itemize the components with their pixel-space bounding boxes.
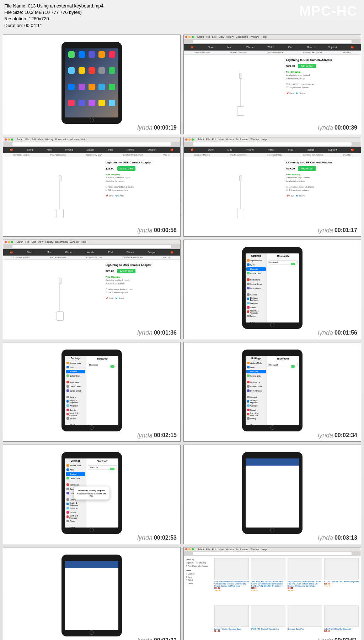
url-bar[interactable] xyxy=(193,40,352,43)
settings-item[interactable]: Wallpaper xyxy=(246,301,266,305)
settings-item[interactable]: Touch ID & Passcode xyxy=(246,310,266,314)
settings-item[interactable]: Display & Brightness xyxy=(66,502,85,506)
nav-item[interactable]: 🍎 xyxy=(351,148,354,151)
app-icon[interactable] xyxy=(98,51,105,58)
settings-item[interactable]: Airplane Mode xyxy=(246,361,266,365)
settings-item[interactable]: iCloud xyxy=(246,321,266,322)
app-icon[interactable] xyxy=(79,84,85,90)
nav-item[interactable]: Watch xyxy=(87,148,94,151)
nav-item[interactable]: Mac xyxy=(228,148,232,151)
settings-item[interactable]: Privacy xyxy=(246,314,266,318)
ipad-home-screen[interactable] xyxy=(65,48,118,117)
settings-item[interactable]: Privacy xyxy=(66,519,85,523)
nav-item[interactable]: Support xyxy=(148,251,156,253)
menu-item[interactable]: History xyxy=(226,36,234,38)
bluetooth-toggle[interactable] xyxy=(291,263,295,265)
product-card[interactable]: ZAGG PRO Bluetooth Keyboard for xyxy=(251,605,285,640)
settings-item[interactable]: Airplane Mode xyxy=(66,464,85,467)
menu-item[interactable]: Help xyxy=(261,548,266,551)
subnav-item[interactable]: Community Q&A xyxy=(86,154,102,156)
subnav-item[interactable]: iPad for xyxy=(163,256,170,258)
settings-item[interactable]: Bluetooth xyxy=(66,472,85,476)
minimize-icon[interactable] xyxy=(8,138,10,141)
menu-item[interactable]: Edit xyxy=(212,36,216,38)
menu-item[interactable]: Help xyxy=(261,36,266,38)
app-icon[interactable] xyxy=(79,100,85,106)
nav-item[interactable]: Mac xyxy=(228,46,232,48)
app-icon[interactable] xyxy=(68,100,75,106)
product-card[interactable]: Anker TC930 Ultra-Slim Bluetooth $68.00 xyxy=(324,605,359,640)
menu-item[interactable]: History xyxy=(226,548,234,551)
maximize-icon[interactable] xyxy=(11,241,13,243)
menu-item[interactable]: History xyxy=(46,241,53,243)
menu-item[interactable]: Safari xyxy=(17,138,23,141)
menu-item[interactable]: Edit xyxy=(32,138,36,141)
word-app[interactable] xyxy=(246,458,299,528)
settings-item[interactable]: Touch ID & Passcode xyxy=(66,515,85,519)
settings-item[interactable]: Do Not Disturb xyxy=(246,287,266,290)
settings-item[interactable]: General xyxy=(246,293,266,297)
settings-item[interactable]: Notifications xyxy=(66,483,85,487)
menu-item[interactable]: Edit xyxy=(212,548,216,551)
menu-item[interactable]: Bookmarks xyxy=(236,36,248,38)
minimize-icon[interactable] xyxy=(188,138,191,141)
nav-item[interactable]: Store xyxy=(208,46,214,48)
app-icon[interactable] xyxy=(79,51,85,58)
settings-item[interactable]: Cellular Data xyxy=(246,272,266,275)
nav-item[interactable]: 🍎 xyxy=(191,46,194,49)
close-icon[interactable] xyxy=(185,138,187,141)
nav-item[interactable]: iPad xyxy=(108,148,113,151)
word-ribbon[interactable] xyxy=(246,458,299,466)
close-icon[interactable] xyxy=(185,548,187,550)
app-icon[interactable] xyxy=(89,100,95,106)
video-thumbnail[interactable]: Settings Airplane Mode Wi-Fi Bluetooth C… xyxy=(183,240,361,339)
app-icon[interactable] xyxy=(98,84,105,90)
word-document[interactable] xyxy=(65,568,118,630)
app-icon[interactable] xyxy=(68,51,75,58)
subnav-item[interactable]: iPad Accessories xyxy=(50,256,66,258)
menu-item[interactable]: Help xyxy=(81,241,86,243)
nav-item[interactable]: 🍎 xyxy=(351,46,354,49)
add-to-cart-button[interactable]: Add to Cart xyxy=(117,269,135,273)
app-icon[interactable] xyxy=(109,51,115,58)
nav-item[interactable]: Mac xyxy=(47,148,52,151)
settings-item[interactable]: Wi-Fi xyxy=(246,263,266,267)
nav-item[interactable]: iTunes xyxy=(127,148,134,151)
nav-item[interactable]: iPad xyxy=(288,46,293,48)
video-thumbnail[interactable]: Settings Airplane Mode Wi-Fi Bluetooth C… xyxy=(3,445,181,544)
url-bar[interactable] xyxy=(193,552,352,555)
menu-item[interactable]: Bookmarks xyxy=(236,138,248,141)
menu-item[interactable]: Safari xyxy=(197,138,204,141)
product-card[interactable]: Logitech Ultrathin Keyboard Cover $24.49 xyxy=(214,605,249,640)
settings-item[interactable]: Cellular Data xyxy=(66,374,85,378)
video-thumbnail[interactable]: lynda 00:03:32 xyxy=(3,547,181,640)
settings-item[interactable]: Display & Brightness xyxy=(246,297,266,301)
app-icon[interactable] xyxy=(109,84,115,90)
settings-item[interactable]: General xyxy=(246,395,266,399)
nav-item[interactable]: Mac xyxy=(47,251,52,253)
app-icon[interactable] xyxy=(89,67,95,74)
maximize-icon[interactable] xyxy=(192,36,194,38)
nav-item[interactable]: Support xyxy=(328,46,337,48)
add-to-cart-button[interactable]: Add to Cart xyxy=(298,64,316,68)
settings-item[interactable]: Display & Brightness xyxy=(66,400,85,403)
url-bar[interactable] xyxy=(12,142,171,146)
app-icon[interactable] xyxy=(89,51,95,58)
subnav-item[interactable]: Certified Refurbished xyxy=(122,154,142,156)
settings-item[interactable]: Wi-Fi xyxy=(66,366,85,369)
menu-item[interactable]: File xyxy=(206,548,210,551)
nav-item[interactable]: 🍎 xyxy=(191,148,194,151)
subnav-item[interactable]: Community Q&A xyxy=(86,256,102,258)
nav-item[interactable]: iTunes xyxy=(307,46,315,48)
menu-item[interactable]: View xyxy=(219,548,224,551)
subnav-item[interactable]: Compare Models xyxy=(194,154,210,156)
add-to-cart-button[interactable]: Add to Cart xyxy=(117,166,135,171)
nav-item[interactable]: iPhone xyxy=(65,251,73,253)
nav-item[interactable]: iPhone xyxy=(246,148,254,151)
settings-item[interactable]: Bluetooth xyxy=(66,370,85,373)
nav-item[interactable]: iPad xyxy=(108,251,113,253)
video-thumbnail[interactable]: lynda 00:00:19 xyxy=(3,35,181,134)
maximize-icon[interactable] xyxy=(11,138,13,141)
nav-item[interactable]: 🍎 xyxy=(170,148,173,151)
settings-item[interactable]: iCloud xyxy=(246,423,266,425)
